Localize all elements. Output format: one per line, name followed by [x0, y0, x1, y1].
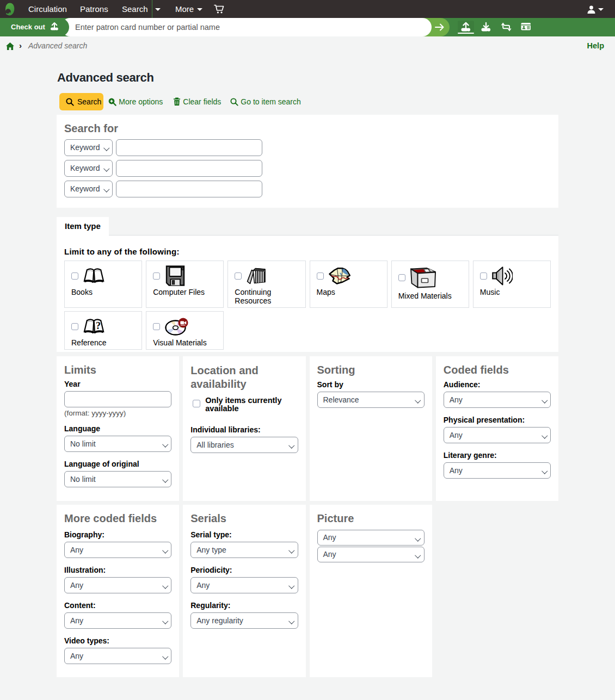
svg-text:?: ?: [96, 320, 101, 331]
